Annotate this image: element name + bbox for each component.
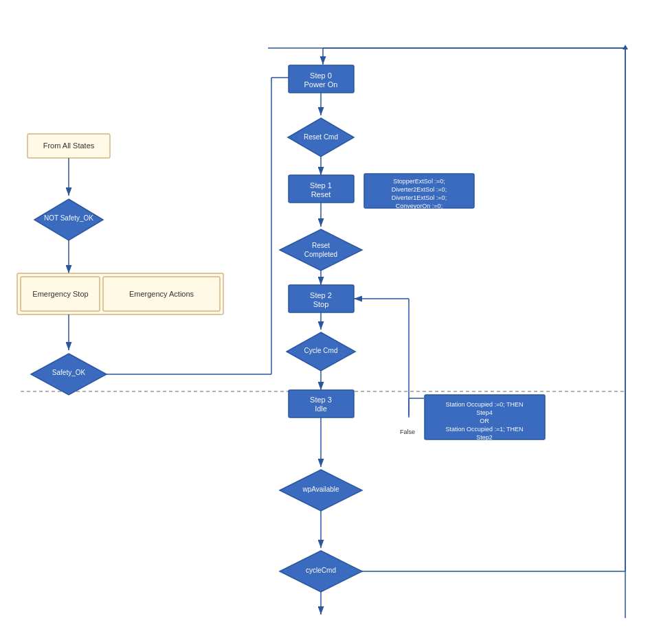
top-right-arrow	[623, 45, 628, 49]
step3-label2: Idle	[315, 404, 327, 413]
cyclecmd2-label: cycleCmd	[306, 567, 336, 574]
step3-action-line1: Station Occupied :=0; THEN	[445, 401, 523, 408]
step2-label2: Stop	[313, 300, 329, 308]
step0-label2: Power On	[304, 80, 338, 89]
safety-ok-label: Safety_OK	[52, 369, 86, 376]
false-label: False	[400, 428, 415, 435]
step1-action-line2: Diverter2ExtSol :=0;	[392, 186, 447, 193]
not-safety-ok-label: NOT Safety_OK	[44, 214, 93, 222]
step2-label1: Step 2	[310, 291, 332, 299]
step1-action-line1: StopperExtSol :=0;	[393, 178, 445, 185]
cycle-cmd-label: Cycle Cmd	[304, 347, 338, 354]
step3-action-line2: Step4	[476, 409, 493, 416]
reset-completed-label2: Completed	[304, 251, 337, 258]
wpavailable-label: wpAvailable	[302, 485, 339, 493]
emergency-actions-label: Emergency Actions	[129, 290, 194, 298]
step3-action-line5: Step2	[476, 434, 493, 441]
step1-label1: Step 1	[310, 181, 332, 190]
step3-label1: Step 3	[310, 396, 332, 404]
step3-action-line4: Station Occupied :=1; THEN	[445, 426, 523, 433]
from-all-states-label: From All States	[43, 141, 95, 150]
step1-action-line4: ConveyorOn :=0;	[396, 203, 443, 209]
step0-label1: Step 0	[310, 71, 332, 80]
step1-action-line3: Diverter1ExtSol :=0;	[392, 194, 447, 201]
reset-completed-label1: Reset	[312, 242, 330, 249]
step3-action-line3: OR	[480, 418, 489, 424]
reset-cmd-label: Reset Cmd	[304, 133, 338, 141]
emergency-stop-label: Emergency Stop	[32, 290, 88, 298]
step1-label2: Reset	[311, 190, 331, 198]
diagram-container: From All States NOT Safety_OK Emergency …	[0, 0, 672, 640]
